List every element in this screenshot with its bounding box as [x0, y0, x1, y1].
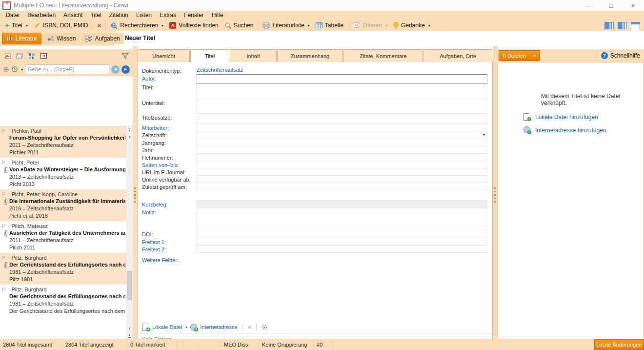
- tab-aufgaben-orte[interactable]: Aufgaben, Orte: [423, 49, 492, 62]
- menu-listen[interactable]: Listen: [132, 11, 156, 19]
- layout-single-pane-icon[interactable]: [631, 22, 640, 29]
- panel-splitter[interactable]: [493, 46, 498, 339]
- zuletzt-geprueft-field[interactable]: [197, 183, 487, 190]
- titel-field[interactable]: [197, 83, 487, 99]
- kurzbeleg-field[interactable]: [197, 200, 487, 208]
- mitarbeiter-field[interactable]: [197, 124, 487, 131]
- goto-input[interactable]: [25, 64, 109, 74]
- scroll-down-button[interactable]: ∨: [126, 325, 133, 332]
- menu-titel[interactable]: Titel: [86, 11, 105, 19]
- delete-icon[interactable]: ×: [248, 324, 252, 331]
- literaturliste-button[interactable]: Literaturliste ▾: [260, 21, 312, 30]
- minimize-button[interactable]: –: [578, 0, 600, 11]
- autor-field[interactable]: [197, 74, 487, 83]
- untertitel-field[interactable]: [197, 99, 487, 114]
- heftnummer-field[interactable]: [197, 153, 487, 161]
- suchen-button[interactable]: Suchen: [221, 21, 257, 30]
- notiz-field[interactable]: [197, 208, 487, 230]
- status-shown-titles: 2804 Titel angezeigt: [62, 339, 127, 350]
- panel-splitter[interactable]: [133, 46, 138, 339]
- url-ejournal-field[interactable]: [197, 168, 487, 176]
- menu-datei[interactable]: Datei: [2, 11, 23, 19]
- add-internet-address-link[interactable]: + Internetadresse hinzufügen: [523, 126, 644, 134]
- tab-zitate-kommentare[interactable]: Zitate, Kommentare: [343, 49, 423, 62]
- volltexte-finden-button[interactable]: A Volltexte finden: [166, 21, 221, 30]
- field-label-link[interactable]: Seiten von–bis:: [142, 161, 197, 168]
- search-icon: [224, 22, 231, 29]
- scroll-to-top-button[interactable]: ▲: [126, 126, 133, 133]
- field-label-link[interactable]: Freitext 1:: [142, 238, 197, 245]
- gear-icon[interactable]: [262, 324, 268, 330]
- menu-ansicht[interactable]: Ansicht: [60, 11, 86, 19]
- document-type-link[interactable]: Zeitschriftenaufsatz: [197, 67, 243, 73]
- delete-title-button[interactable]: ×: [95, 21, 104, 30]
- field-label-link[interactable]: Mitarbeiter:: [142, 124, 197, 131]
- tab-uebersicht[interactable]: Übersicht: [138, 49, 190, 62]
- seiten-field[interactable]: [197, 161, 487, 168]
- list-item[interactable]: ○ Picht, Peter; Kopp, Caroline Die inter…: [0, 189, 126, 221]
- scrollbar-thumb[interactable]: [127, 271, 132, 300]
- internetadresse-button[interactable]: + Internetadresse: [190, 324, 237, 331]
- scroll-up-button[interactable]: ∧: [126, 133, 133, 141]
- field-label-link[interactable]: Freitext 2:: [142, 246, 197, 252]
- schnellhilfe-button[interactable]: ? Schnellhilfe: [601, 52, 640, 59]
- layout-three-pane-icon[interactable]: [604, 22, 614, 29]
- letzte-aenderungen-button[interactable]: Letzte Änderungen: [594, 339, 644, 350]
- field-label-link[interactable]: Autor:: [142, 75, 197, 82]
- list-scrollbar[interactable]: ▲ ∧ ∨ ▼: [126, 126, 133, 339]
- nav-back-button[interactable]: ◀: [111, 65, 120, 74]
- tab-inhalt[interactable]: Inhalt: [230, 49, 277, 62]
- online-verfuegbar-field[interactable]: [197, 175, 487, 183]
- title-editor-panel: Übersicht Titel Inhalt Zusammenhang Zita…: [138, 46, 493, 339]
- gear-icon[interactable]: [3, 66, 9, 73]
- list-item[interactable]: ○ Picht, Peter Von eDate zu Wintersteige…: [0, 158, 126, 189]
- menu-hilfe[interactable]: Hilfe: [208, 11, 227, 19]
- recherchieren-button[interactable]: Recherchieren ▾: [107, 21, 166, 30]
- field-label-link[interactable]: Kurzbeleg:: [142, 201, 197, 207]
- layout-two-pane-icon[interactable]: [618, 22, 627, 29]
- filter-icon[interactable]: [121, 53, 129, 59]
- menu-bearbeiten[interactable]: Bearbeiten: [23, 11, 60, 19]
- lokale-datei-button[interactable]: + Lokale Datei ▾: [142, 324, 187, 331]
- menu-zitation[interactable]: Zitation: [105, 11, 132, 19]
- chevron-down-icon[interactable]: ▾: [483, 132, 485, 137]
- history-icon[interactable]: [11, 66, 18, 73]
- tab-literatur[interactable]: Literatur: [2, 33, 41, 44]
- maximize-button[interactable]: □: [600, 0, 622, 11]
- compact-view-icon[interactable]: [28, 53, 35, 60]
- add-local-file-link[interactable]: + Lokale Datei hinzufügen: [523, 113, 644, 121]
- close-button[interactable]: ×: [622, 0, 644, 11]
- tab-wissen[interactable]: Wissen: [43, 33, 80, 44]
- files-dropdown-button[interactable]: 0 Dateien ▾: [499, 50, 540, 61]
- scroll-to-bottom-button[interactable]: ▼: [126, 332, 133, 339]
- menu-extras[interactable]: Extras: [156, 11, 180, 19]
- window-swap-icon[interactable]: [40, 53, 47, 59]
- cite-export-icon[interactable]: [4, 53, 11, 60]
- zeitschrift-field[interactable]: ▾: [197, 131, 487, 139]
- chevron-down-icon[interactable]: ▾: [21, 67, 23, 72]
- freitext1-field[interactable]: [197, 238, 487, 246]
- list-item[interactable]: ○ Pichler, Paul Forum-Shopping für Opfer…: [0, 126, 126, 158]
- jahr-field[interactable]: [197, 146, 487, 154]
- field-label-link[interactable]: Notiz:: [142, 208, 197, 215]
- tab-zusammenhang[interactable]: Zusammenhang: [277, 49, 343, 62]
- add-title-button[interactable]: + Titel ▾: [2, 21, 31, 30]
- stacked-windows-icon[interactable]: [16, 53, 23, 59]
- freitext2-field[interactable]: [197, 245, 487, 253]
- field-label-link[interactable]: DOI:: [142, 230, 197, 237]
- list-item[interactable]: ○ Piltz, Burghard Der Gerichtsstand des …: [0, 285, 126, 316]
- nav-forward-button[interactable]: ▶: [121, 65, 130, 74]
- list-item[interactable]: ○ Piltz, Burghard Der Gerichtsstand des …: [0, 253, 126, 285]
- weitere-felder-link[interactable]: Weitere Felder...: [142, 257, 487, 263]
- tabelle-button[interactable]: Tabelle: [313, 21, 346, 30]
- jahrgang-field[interactable]: [197, 139, 487, 146]
- gedanke-button[interactable]: Gedanke ▾: [390, 21, 433, 30]
- tab-titel[interactable]: Titel: [190, 49, 229, 62]
- tab-aufgaben[interactable]: Aufgaben: [81, 33, 123, 44]
- list-item[interactable]: ○ Pilich, Mateusz Ausrichten der Tätigke…: [0, 221, 126, 253]
- zitieren-button[interactable]: Zitieren ▾: [350, 21, 390, 30]
- doi-field[interactable]: [197, 230, 487, 238]
- isbn-doi-pmid-button[interactable]: ISBN, DOI, PMID: [31, 21, 91, 30]
- titelzusaetze-field[interactable]: [197, 113, 487, 124]
- menu-fenster[interactable]: Fenster: [180, 11, 208, 19]
